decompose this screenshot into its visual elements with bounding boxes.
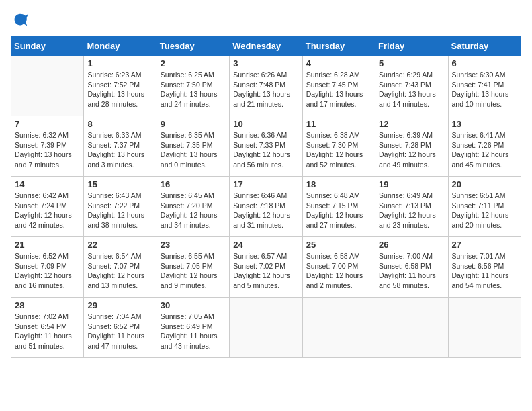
calendar-cell: 3Sunrise: 6:26 AM Sunset: 7:48 PM Daylig…	[230, 56, 302, 116]
day-number: 11	[306, 119, 371, 129]
calendar-cell	[448, 298, 521, 358]
day-number: 26	[379, 240, 444, 250]
day-number: 16	[161, 179, 226, 189]
day-number: 27	[452, 240, 517, 250]
calendar-cell: 17Sunrise: 6:46 AM Sunset: 7:18 PM Dayli…	[230, 177, 302, 237]
day-info: Sunrise: 7:01 AM Sunset: 6:56 PM Dayligh…	[452, 251, 517, 291]
day-info: Sunrise: 6:32 AM Sunset: 7:39 PM Dayligh…	[15, 130, 80, 170]
calendar-cell: 15Sunrise: 6:43 AM Sunset: 7:22 PM Dayli…	[84, 177, 157, 237]
day-info: Sunrise: 6:51 AM Sunset: 7:11 PM Dayligh…	[452, 191, 517, 230]
day-info: Sunrise: 6:49 AM Sunset: 7:13 PM Dayligh…	[379, 191, 444, 230]
day-info: Sunrise: 6:28 AM Sunset: 7:45 PM Dayligh…	[306, 70, 371, 109]
day-info: Sunrise: 6:45 AM Sunset: 7:20 PM Dayligh…	[161, 191, 226, 230]
calendar-cell	[230, 298, 302, 358]
day-number: 6	[452, 58, 517, 68]
day-number: 3	[233, 58, 298, 68]
day-number: 10	[233, 119, 298, 129]
day-info: Sunrise: 6:33 AM Sunset: 7:37 PM Dayligh…	[87, 130, 152, 170]
weekday-header-sunday: Sunday	[11, 37, 84, 56]
calendar-cell: 26Sunrise: 7:00 AM Sunset: 6:58 PM Dayli…	[375, 237, 448, 298]
weekday-header-wednesday: Wednesday	[230, 37, 302, 56]
calendar-row: 1Sunrise: 6:23 AM Sunset: 7:52 PM Daylig…	[11, 56, 521, 116]
day-info: Sunrise: 6:41 AM Sunset: 7:26 PM Dayligh…	[452, 130, 517, 170]
day-info: Sunrise: 6:52 AM Sunset: 7:09 PM Dayligh…	[15, 251, 80, 291]
calendar-cell: 14Sunrise: 6:42 AM Sunset: 7:24 PM Dayli…	[11, 177, 84, 237]
calendar-cell: 12Sunrise: 6:39 AM Sunset: 7:28 PM Dayli…	[375, 116, 448, 177]
calendar-row: 21Sunrise: 6:52 AM Sunset: 7:09 PM Dayli…	[11, 237, 521, 298]
weekday-header-monday: Monday	[84, 37, 157, 56]
calendar-cell: 11Sunrise: 6:38 AM Sunset: 7:30 PM Dayli…	[302, 116, 375, 177]
weekday-header-row: SundayMondayTuesdayWednesdayThursdayFrid…	[11, 37, 521, 56]
day-info: Sunrise: 6:25 AM Sunset: 7:50 PM Dayligh…	[161, 70, 226, 109]
calendar-cell: 19Sunrise: 6:49 AM Sunset: 7:13 PM Dayli…	[375, 177, 448, 237]
day-number: 25	[306, 240, 371, 250]
calendar-cell: 8Sunrise: 6:33 AM Sunset: 7:37 PM Daylig…	[84, 116, 157, 177]
day-info: Sunrise: 6:36 AM Sunset: 7:33 PM Dayligh…	[233, 130, 298, 170]
calendar-cell: 16Sunrise: 6:45 AM Sunset: 7:20 PM Dayli…	[157, 177, 229, 237]
calendar-row: 7Sunrise: 6:32 AM Sunset: 7:39 PM Daylig…	[11, 116, 521, 177]
day-info: Sunrise: 6:57 AM Sunset: 7:02 PM Dayligh…	[233, 251, 298, 291]
weekday-header-friday: Friday	[375, 37, 448, 56]
calendar-table: SundayMondayTuesdayWednesdayThursdayFrid…	[11, 36, 521, 358]
day-info: Sunrise: 6:58 AM Sunset: 7:00 PM Dayligh…	[306, 251, 371, 291]
calendar-row: 28Sunrise: 7:02 AM Sunset: 6:54 PM Dayli…	[11, 298, 521, 358]
day-info: Sunrise: 6:48 AM Sunset: 7:15 PM Dayligh…	[306, 191, 371, 230]
calendar-cell: 13Sunrise: 6:41 AM Sunset: 7:26 PM Dayli…	[448, 116, 521, 177]
day-info: Sunrise: 6:54 AM Sunset: 7:07 PM Dayligh…	[87, 251, 152, 291]
calendar-cell	[302, 298, 375, 358]
day-info: Sunrise: 6:23 AM Sunset: 7:52 PM Dayligh…	[87, 70, 152, 109]
day-info: Sunrise: 6:26 AM Sunset: 7:48 PM Dayligh…	[233, 70, 298, 109]
calendar-cell: 21Sunrise: 6:52 AM Sunset: 7:09 PM Dayli…	[11, 237, 84, 298]
day-info: Sunrise: 6:39 AM Sunset: 7:28 PM Dayligh…	[379, 130, 444, 170]
day-number: 19	[379, 179, 444, 189]
calendar-cell: 29Sunrise: 7:04 AM Sunset: 6:52 PM Dayli…	[84, 298, 157, 358]
calendar-cell: 18Sunrise: 6:48 AM Sunset: 7:15 PM Dayli…	[302, 177, 375, 237]
day-number: 1	[87, 58, 152, 68]
day-info: Sunrise: 6:55 AM Sunset: 7:05 PM Dayligh…	[161, 251, 226, 291]
weekday-header-tuesday: Tuesday	[157, 37, 229, 56]
calendar-body: 1Sunrise: 6:23 AM Sunset: 7:52 PM Daylig…	[11, 56, 521, 358]
day-info: Sunrise: 7:04 AM Sunset: 6:52 PM Dayligh…	[87, 312, 152, 351]
day-number: 28	[15, 300, 80, 310]
day-number: 2	[161, 58, 226, 68]
calendar-cell	[375, 298, 448, 358]
day-number: 12	[379, 119, 444, 129]
calendar-cell: 6Sunrise: 6:30 AM Sunset: 7:41 PM Daylig…	[448, 56, 521, 116]
day-info: Sunrise: 6:30 AM Sunset: 7:41 PM Dayligh…	[452, 70, 517, 109]
calendar-header: SundayMondayTuesdayWednesdayThursdayFrid…	[11, 37, 521, 56]
day-info: Sunrise: 6:29 AM Sunset: 7:43 PM Dayligh…	[379, 70, 444, 109]
day-info: Sunrise: 7:05 AM Sunset: 6:49 PM Dayligh…	[161, 312, 226, 351]
calendar-cell: 28Sunrise: 7:02 AM Sunset: 6:54 PM Dayli…	[11, 298, 84, 358]
calendar-cell: 7Sunrise: 6:32 AM Sunset: 7:39 PM Daylig…	[11, 116, 84, 177]
day-number: 7	[15, 119, 80, 129]
day-number: 23	[161, 240, 226, 250]
calendar-cell	[11, 56, 84, 116]
calendar-cell: 1Sunrise: 6:23 AM Sunset: 7:52 PM Daylig…	[84, 56, 157, 116]
calendar-row: 14Sunrise: 6:42 AM Sunset: 7:24 PM Dayli…	[11, 177, 521, 237]
logo-icon	[11, 11, 30, 30]
day-number: 14	[15, 179, 80, 189]
day-number: 17	[233, 179, 298, 189]
calendar-cell: 22Sunrise: 6:54 AM Sunset: 7:07 PM Dayli…	[84, 237, 157, 298]
day-number: 15	[87, 179, 152, 189]
calendar-cell: 4Sunrise: 6:28 AM Sunset: 7:45 PM Daylig…	[302, 56, 375, 116]
calendar-cell: 20Sunrise: 6:51 AM Sunset: 7:11 PM Dayli…	[448, 177, 521, 237]
calendar-cell: 24Sunrise: 6:57 AM Sunset: 7:02 PM Dayli…	[230, 237, 302, 298]
calendar-cell: 10Sunrise: 6:36 AM Sunset: 7:33 PM Dayli…	[230, 116, 302, 177]
calendar-cell: 27Sunrise: 7:01 AM Sunset: 6:56 PM Dayli…	[448, 237, 521, 298]
weekday-header-saturday: Saturday	[448, 37, 521, 56]
calendar-cell: 23Sunrise: 6:55 AM Sunset: 7:05 PM Dayli…	[157, 237, 229, 298]
day-info: Sunrise: 6:35 AM Sunset: 7:35 PM Dayligh…	[161, 130, 226, 170]
day-number: 29	[87, 300, 152, 310]
calendar-cell: 30Sunrise: 7:05 AM Sunset: 6:49 PM Dayli…	[157, 298, 229, 358]
day-info: Sunrise: 6:46 AM Sunset: 7:18 PM Dayligh…	[233, 191, 298, 230]
day-info: Sunrise: 7:02 AM Sunset: 6:54 PM Dayligh…	[15, 312, 80, 351]
day-info: Sunrise: 6:42 AM Sunset: 7:24 PM Dayligh…	[15, 191, 80, 230]
day-number: 5	[379, 58, 444, 68]
logo	[11, 11, 32, 30]
day-number: 30	[161, 300, 226, 310]
day-number: 22	[87, 240, 152, 250]
calendar-cell: 25Sunrise: 6:58 AM Sunset: 7:00 PM Dayli…	[302, 237, 375, 298]
calendar-cell: 9Sunrise: 6:35 AM Sunset: 7:35 PM Daylig…	[157, 116, 229, 177]
day-number: 18	[306, 179, 371, 189]
